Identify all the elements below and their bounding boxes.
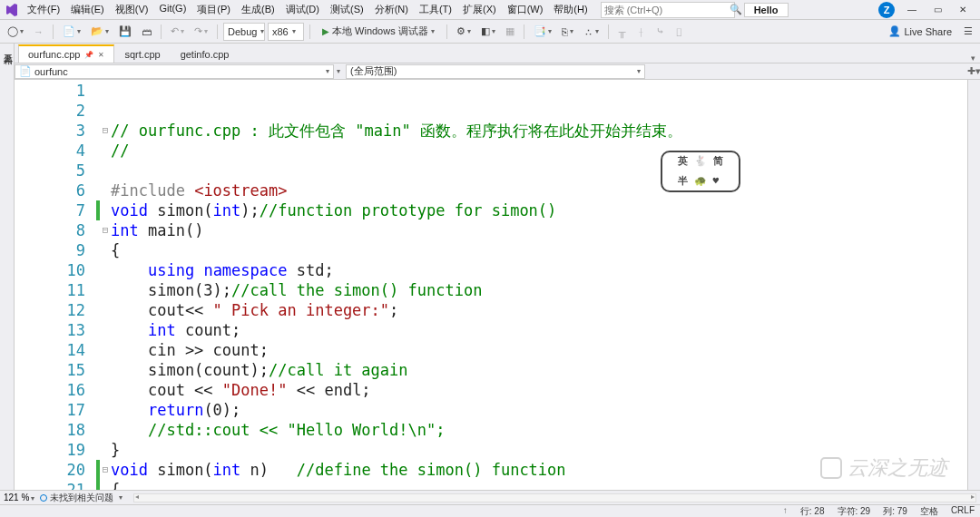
code-line[interactable]: cout<< " Pick an integer:"; [96,300,967,320]
minimize-icon[interactable]: — [904,2,920,18]
split-view-icon[interactable]: ✚▾ [967,65,980,77]
menu-item-分析n[interactable]: 分析(N) [369,1,414,18]
menu-item-测试s[interactable]: 测试(S) [325,1,369,18]
no-issues-indicator[interactable]: 未找到相关问题 [40,492,113,504]
tb-btn-3[interactable]: ▦ [502,23,518,41]
code-editor[interactable]: 123456789101112131415161718192021 ⊟// ou… [15,80,980,490]
search-input[interactable] [604,5,730,15]
vertical-scrollbar[interactable] [967,80,980,490]
line-number: 12 [25,300,85,320]
tb-btn-5[interactable]: ⎘ [558,23,577,41]
tb-btn-9[interactable]: ⤷ [652,23,669,41]
fold-icon [100,420,111,440]
menu-item-项目p[interactable]: 项目(P) [191,1,236,18]
hello-button[interactable]: Hello [744,3,789,17]
code-line[interactable]: ⊟int main() [96,220,967,240]
line-number: 11 [25,280,85,300]
config-combo[interactable]: Debug [223,23,265,41]
menu-item-文件f[interactable]: 文件(F) [22,1,65,18]
tb-btn-7[interactable]: ╥ [614,23,631,41]
tb-btn-10[interactable]: ⌷ [671,23,688,41]
code-line[interactable]: // [96,141,967,161]
menu-item-工具t[interactable]: 工具(T) [414,1,457,18]
fold-icon [100,440,111,460]
code-line[interactable]: return(0); [96,400,967,420]
menu-item-编辑e[interactable]: 编辑(E) [65,1,110,18]
scope-combo-2[interactable]: (全局范围) [346,64,645,79]
start-debug-button[interactable]: ▶ 本地 Windows 调试器 ▾ [316,23,441,41]
tabs-dropdown-icon[interactable]: ▾ [965,54,980,63]
live-share-button[interactable]: 👤 Live Share [883,25,957,37]
toolbox-tab[interactable]: 工具箱 [0,44,15,490]
line-number: 20 [25,460,85,480]
tab-ourfunc-cpp[interactable]: ourfunc.cpp📌✕ [18,44,114,63]
code-line[interactable]: { [96,480,967,490]
close-icon[interactable]: ✕ [955,2,971,18]
code-line[interactable]: void simon(int);//function prototype for… [96,200,967,220]
code-line[interactable]: { [96,240,967,260]
run-label: 本地 Windows 调试器 [332,24,428,38]
pin-icon[interactable]: 📌 [84,51,93,59]
code-line[interactable]: cout << "Done!" << endl; [96,380,967,400]
fold-icon[interactable]: ⊟ [100,220,111,240]
save-button[interactable]: 💾 [115,23,135,41]
tb-btn-4[interactable]: 📑 [530,23,555,41]
code-line[interactable]: using namespace std; [96,260,967,280]
nav-fwd-button[interactable]: → [30,23,47,41]
menu-item-帮助h[interactable]: 帮助(H) [548,1,593,18]
status-indent[interactable]: 空格 [920,505,938,518]
code-line[interactable]: simon(3);//call the simon() function [96,280,967,300]
tb-btn-2[interactable]: ◧ [477,23,499,41]
code-line[interactable] [96,161,967,180]
fold-icon[interactable]: ⊟ [100,121,111,141]
menu-item-扩展x[interactable]: 扩展(X) [457,1,502,18]
line-number: 1 [25,81,85,101]
line-number: 17 [25,400,85,420]
zoom-combo[interactable]: 121 % [4,493,34,502]
file-icon: 📄 [19,65,32,77]
new-file-button[interactable]: 📄 [59,23,84,41]
status-line: 行: 28 [800,505,825,518]
tab-sqrt-cpp[interactable]: sqrt.cpp [114,44,170,63]
save-all-button[interactable]: 🗃 [138,23,155,41]
nav-back-button[interactable]: ◯ [4,23,27,41]
menu-item-窗口w[interactable]: 窗口(W) [502,1,549,18]
redo-button[interactable]: ↷ [191,23,211,41]
fold-icon[interactable]: ⊟ [100,460,111,480]
code-line[interactable]: cin >> count; [96,340,967,360]
tb-btn-1[interactable]: ⚙ [453,23,475,41]
scope-combo-1[interactable]: 📄 ourfunc [15,64,334,79]
fold-icon [100,141,111,161]
menu-item-gitg[interactable]: Git(G) [153,1,191,18]
fold-icon [100,320,111,340]
code-line[interactable]: #include <iostream> [96,180,967,200]
code-line[interactable]: simon(count);//call it again [96,360,967,380]
menu-item-视图v[interactable]: 视图(V) [110,1,154,18]
undo-button[interactable]: ↶ [167,23,188,41]
account-badge[interactable]: Z [878,2,895,18]
code-line[interactable]: ⊟// ourfunc.cpp : 此文件包含 "main" 函数。程序执行将在… [96,121,967,141]
maximize-icon[interactable]: ▭ [929,2,946,18]
line-number: 6 [25,180,85,200]
code-line[interactable]: //std::cout << "Hello World!\n"; [96,420,967,440]
horizontal-scrollbar[interactable] [133,493,976,502]
open-button[interactable]: 📂 [87,23,113,41]
platform-combo[interactable]: x86 [268,23,304,41]
feedback-button[interactable]: ☰ [960,23,976,41]
tb-btn-8[interactable]: ⟊ [633,23,650,41]
status-eol[interactable]: CRLF [951,505,975,518]
tb-btn-6[interactable]: ⛬ [580,23,603,41]
watermark-stamp: 英 🐇 简半 🐢 ♥ [661,151,740,192]
channel-watermark: 云深之无迹 [820,457,947,479]
tab-getinfo-cpp[interactable]: getinfo.cpp [171,44,240,63]
menu-search-box[interactable]: 🔍 [601,2,735,18]
line-number: 18 [25,420,85,440]
menu-item-调试d[interactable]: 调试(D) [280,1,325,18]
code-line[interactable]: int count; [96,320,967,340]
line-number: 14 [25,340,85,360]
tab-close-icon[interactable]: ✕ [98,51,104,59]
fold-icon [100,300,111,320]
menu-item-生成b[interactable]: 生成(B) [236,1,280,18]
fold-icon [100,161,111,180]
arrow-up-icon[interactable]: ↑ [783,505,788,518]
